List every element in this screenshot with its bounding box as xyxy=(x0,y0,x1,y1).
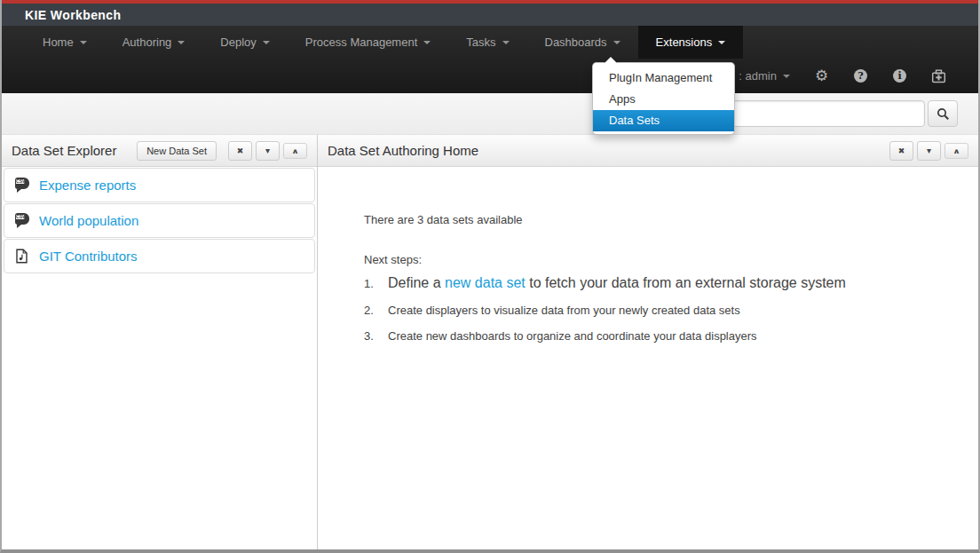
main-area: Data Set Explorer New Data Set ✖ ▾ ∧ CSV xyxy=(2,135,978,549)
panel-menu-button[interactable]: ▾ xyxy=(917,141,941,161)
titlebar: KIE Workbench xyxy=(2,4,978,26)
caret-down-icon xyxy=(178,41,185,44)
panel-close-button[interactable]: ✖ xyxy=(228,141,252,161)
nav-item-deploy[interactable]: Deploy xyxy=(202,26,287,59)
step-define-data-set: 1. Define a new data set to fetch your d… xyxy=(364,275,960,291)
dataset-label: GIT Contributors xyxy=(39,249,138,264)
gear-icon: ⚙ xyxy=(815,68,828,83)
step-number: 3. xyxy=(364,329,379,343)
explorer-panel-header: Data Set Explorer New Data Set ✖ ▾ ∧ xyxy=(2,135,317,167)
new-data-set-link[interactable]: new data set xyxy=(445,275,526,290)
dataset-item-git-contributors[interactable]: GIT Contributors xyxy=(4,239,315,273)
dropdown-item-apps[interactable]: Apps xyxy=(593,89,734,110)
home-panel-buttons: ✖ ▾ ∧ xyxy=(889,141,968,161)
nav-item-label: Process Management xyxy=(305,36,417,49)
caret-down-icon xyxy=(783,75,790,78)
caret-down-icon xyxy=(423,41,431,44)
close-icon: ✖ xyxy=(898,146,905,155)
search-icon xyxy=(937,107,950,121)
app-title: KIE Workbench xyxy=(25,8,121,22)
nav-item-label: Extensions xyxy=(656,36,713,49)
caret-down-icon xyxy=(718,41,725,44)
nav-menu-list: Home Authoring Deploy Process Management… xyxy=(25,26,743,59)
briefcase-plus-icon xyxy=(931,69,946,83)
dataset-label: World population xyxy=(39,213,138,228)
dataset-item-expense-reports[interactable]: CSV Expense reports xyxy=(4,168,315,202)
settings-button[interactable]: ⚙ xyxy=(814,68,829,83)
data-set-authoring-home-panel: Data Set Authoring Home ✖ ▾ ∧ There are … xyxy=(318,135,978,549)
data-set-explorer-panel: Data Set Explorer New Data Set ✖ ▾ ∧ CSV xyxy=(2,135,318,549)
panel-collapse-button[interactable]: ∧ xyxy=(283,143,307,159)
main-navbar: Home Authoring Deploy Process Management… xyxy=(2,26,978,93)
nav-item-label: Home xyxy=(43,36,74,49)
step-text: Create new dashboards to organize and co… xyxy=(388,329,757,343)
caret-down-icon xyxy=(263,41,270,44)
nav-item-authoring[interactable]: Authoring xyxy=(105,26,203,59)
user-menu[interactable]: : admin xyxy=(739,69,790,83)
close-icon: ✖ xyxy=(237,146,244,155)
caret-down-icon xyxy=(502,41,510,44)
caret-down-icon: ▾ xyxy=(927,146,931,155)
bean-dataset-icon xyxy=(15,249,30,264)
datasets-available-text: There are 3 data sets available xyxy=(364,213,960,226)
home-panel-header: Data Set Authoring Home ✖ ▾ ∧ xyxy=(318,135,978,167)
next-steps-list: 1. Define a new data set to fetch your d… xyxy=(364,275,960,343)
csv-dataset-icon: CSV xyxy=(15,178,30,193)
nav-item-dashboards[interactable]: Dashboards xyxy=(527,26,638,59)
dropdown-item-data-sets[interactable]: Data Sets xyxy=(593,110,734,131)
explorer-panel-buttons: New Data Set ✖ ▾ ∧ xyxy=(137,141,307,161)
toolbox-button[interactable] xyxy=(931,68,946,83)
caret-down-icon xyxy=(80,41,87,44)
panel-close-button[interactable]: ✖ xyxy=(889,141,913,161)
caret-down-icon xyxy=(613,41,620,44)
new-data-set-button[interactable]: New Data Set xyxy=(137,141,217,161)
dropdown-item-plugin-management[interactable]: PlugIn Management xyxy=(593,67,734,89)
info-button[interactable]: i xyxy=(892,68,907,83)
nav-item-process-management[interactable]: Process Management xyxy=(288,26,448,59)
nav-item-label: Deploy xyxy=(220,36,256,49)
chevron-up-icon: ∧ xyxy=(952,146,960,154)
step-number: 2. xyxy=(364,304,379,317)
nav-item-label: Dashboards xyxy=(545,36,607,49)
nav-user-row: : admin ⚙ ? i xyxy=(739,59,946,93)
nav-item-label: Authoring xyxy=(122,36,172,49)
step-number: 1. xyxy=(364,277,379,290)
nav-item-home[interactable]: Home xyxy=(25,26,105,59)
dataset-label: Expense reports xyxy=(39,178,136,193)
search-strip xyxy=(2,93,978,135)
caret-down-icon: ▾ xyxy=(265,146,270,155)
nav-item-label: Tasks xyxy=(466,36,495,49)
user-label: : admin xyxy=(739,69,777,83)
chevron-up-icon: ∧ xyxy=(291,146,298,154)
nav-item-extensions[interactable]: Extensions xyxy=(638,26,744,59)
panel-menu-button[interactable]: ▾ xyxy=(256,141,280,161)
dataset-list: CSV Expense reports CSV World population xyxy=(2,167,317,275)
step-text: Define a new data set to fetch your data… xyxy=(388,275,846,291)
dataset-item-world-population[interactable]: CSV World population xyxy=(4,203,315,238)
kie-workbench-window: { "window": { "app_title": "KIE Workbenc… xyxy=(0,0,980,553)
home-panel-body: There are 3 data sets available Next ste… xyxy=(318,167,978,355)
step-text: Create displayers to visualize data from… xyxy=(388,304,740,317)
info-circle-icon: i xyxy=(893,69,906,83)
next-steps-label: Next steps: xyxy=(364,253,960,266)
csv-dataset-icon: CSV xyxy=(15,213,30,228)
nav-item-tasks[interactable]: Tasks xyxy=(448,26,526,59)
explorer-panel-title: Data Set Explorer xyxy=(12,143,116,158)
panel-collapse-button[interactable]: ∧ xyxy=(944,143,968,159)
search-button[interactable] xyxy=(928,100,958,127)
home-panel-title: Data Set Authoring Home xyxy=(328,143,478,158)
question-circle-icon: ? xyxy=(854,69,867,83)
step-create-displayers: 2. Create displayers to visualize data f… xyxy=(364,304,960,317)
extensions-dropdown-menu: PlugIn Management Apps Data Sets xyxy=(592,62,735,135)
step-create-dashboards: 3. Create new dashboards to organize and… xyxy=(364,329,960,343)
help-button[interactable]: ? xyxy=(853,68,868,83)
